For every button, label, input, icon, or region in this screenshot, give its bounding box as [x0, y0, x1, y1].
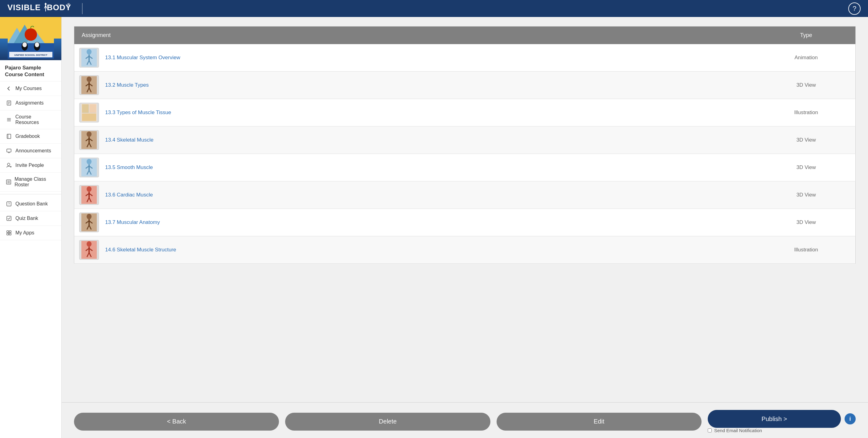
sidebar-item-my-courses[interactable]: My Courses	[0, 82, 61, 96]
sidebar-item-quiz-bank[interactable]: Quiz Bank	[0, 211, 61, 226]
sidebar-item-question-bank[interactable]: ? Question Bank	[0, 197, 61, 211]
assignment-cell-2: 13.2 Muscle Types	[74, 71, 757, 99]
type-cell-3: Illustration	[757, 99, 856, 126]
svg-point-86	[87, 214, 92, 219]
thumbnail-5	[79, 157, 99, 177]
table-container: Assignment Type 13.1 Muscular System Ove…	[62, 17, 868, 402]
assignment-link-2[interactable]: 13.2 Muscle Types	[105, 82, 149, 88]
col-header-assignment: Assignment	[74, 27, 757, 45]
assignment-link-7[interactable]: 13.7 Muscular Anatomy	[105, 219, 160, 226]
sidebar-item-my-apps[interactable]: My Apps	[0, 226, 61, 240]
sidebar-label-my-courses: My Courses	[16, 86, 41, 91]
table-row: 13.5 Smooth Muscle3D View	[74, 154, 856, 181]
svg-rect-60	[89, 104, 96, 113]
assignment-link-1[interactable]: 13.1 Muscular System Overview	[105, 55, 180, 61]
content-area: Assignment Type 13.1 Muscular System Ove…	[62, 17, 868, 438]
sidebar-item-invite-people[interactable]: Invite People	[0, 158, 61, 173]
logo-divider	[82, 3, 83, 14]
assignment-link-5[interactable]: 13.5 Smooth Muscle	[105, 165, 153, 171]
type-cell-1: Animation	[757, 44, 856, 71]
help-button[interactable]: ?	[848, 2, 861, 15]
table-row: 13.3 Types of Muscle TissueIllustration	[74, 99, 856, 126]
assignment-cell-1: 13.1 Muscular System Overview	[74, 44, 757, 71]
table-row: 13.1 Muscular System OverviewAnimation	[74, 44, 856, 71]
publish-row: Publish > i	[708, 410, 856, 428]
assignment-cell-7: 13.7 Muscular Anatomy	[74, 209, 757, 236]
assignment-cell-8: 14.6 Skeletal Muscle Structure	[74, 236, 757, 264]
thumbnail-1	[79, 48, 99, 67]
delete-button[interactable]: Delete	[285, 413, 490, 431]
table-row: 13.6 Cardiac Muscle3D View	[74, 181, 856, 209]
nav-separator	[0, 194, 61, 194]
sidebar-label-course-resources: Course Resources	[16, 114, 56, 125]
sidebar-item-gradebook[interactable]: Gradebook	[0, 129, 61, 144]
course-name: Pajaro Sample Course Content	[0, 60, 61, 82]
table-row: 13.4 Skeletal Muscle3D View	[74, 126, 856, 154]
sidebar-item-announcements[interactable]: Announcements	[0, 144, 61, 158]
assignment-cell-3: 13.3 Types of Muscle Tissue	[74, 99, 757, 126]
sidebar-item-course-resources[interactable]: Course Resources	[0, 110, 61, 129]
thumbnail-4	[79, 130, 99, 150]
roster-icon	[5, 179, 11, 185]
send-email-checkbox[interactable]	[708, 429, 712, 433]
svg-text:UNIFIED SCHOOL DISTRICT: UNIFIED SCHOOL DISTRICT	[14, 54, 48, 56]
thumbnail-6	[79, 185, 99, 205]
type-cell-8: Illustration	[757, 236, 856, 264]
table-row: 13.2 Muscle Types3D View	[74, 71, 856, 99]
assignment-cell-4: 13.4 Skeletal Muscle	[74, 126, 757, 154]
svg-point-52	[87, 77, 92, 82]
apps-icon	[5, 230, 12, 236]
sidebar-label-assignments: Assignments	[16, 100, 44, 106]
main-layout: UNIFIED SCHOOL DISTRICT Pajaro Sample Co…	[0, 17, 868, 438]
school-logo: UNIFIED SCHOOL DISTRICT	[0, 17, 61, 60]
svg-rect-41	[9, 231, 11, 233]
svg-point-17	[35, 42, 39, 47]
sidebar-label-gradebook: Gradebook	[16, 134, 40, 139]
svg-point-79	[87, 186, 92, 192]
assignment-link-8[interactable]: 14.6 Skeletal Muscle Structure	[105, 247, 176, 253]
svg-rect-59	[82, 104, 89, 113]
bottom-right-area: Publish > i Send Email Notification	[708, 410, 856, 433]
sidebar-label-quiz-bank: Quiz Bank	[16, 215, 38, 221]
list-icon	[5, 116, 12, 123]
send-email-label: Send Email Notification	[714, 428, 762, 433]
edit-button[interactable]: Edit	[497, 413, 702, 431]
svg-point-65	[87, 132, 92, 137]
svg-point-45	[87, 49, 92, 55]
type-cell-5: 3D View	[757, 154, 856, 181]
publish-button[interactable]: Publish >	[708, 410, 841, 428]
sidebar-label-manage-class-roster: Manage Class Roster	[14, 176, 56, 187]
sidebar-label-invite-people: Invite People	[16, 163, 44, 168]
sidebar-item-assignments[interactable]: Assignments	[0, 96, 61, 110]
sidebar: UNIFIED SCHOOL DISTRICT Pajaro Sample Co…	[0, 17, 62, 438]
svg-point-15	[23, 42, 27, 47]
type-cell-4: 3D View	[757, 126, 856, 154]
svg-rect-61	[82, 114, 96, 121]
svg-point-93	[87, 241, 92, 247]
svg-point-2	[45, 3, 46, 5]
doc-icon	[5, 99, 12, 107]
svg-rect-40	[7, 231, 9, 233]
svg-rect-42	[7, 233, 9, 235]
thumbnail-7	[79, 212, 99, 232]
bottom-bar: < Back Delete Edit Publish > i Send Emai…	[62, 402, 868, 438]
col-header-type: Type	[757, 27, 856, 45]
assignment-link-4[interactable]: 13.4 Skeletal Muscle	[105, 137, 154, 143]
sidebar-item-manage-class-roster[interactable]: Manage Class Roster	[0, 173, 61, 192]
svg-text:?: ?	[8, 202, 10, 206]
sidebar-label-question-bank: Question Bank	[16, 201, 48, 207]
assignment-link-3[interactable]: 13.3 Types of Muscle Tissue	[105, 110, 171, 116]
table-row: 13.7 Muscular Anatomy3D View	[74, 209, 856, 236]
svg-point-72	[87, 159, 92, 165]
table-header-row: Assignment Type	[74, 27, 856, 45]
assignment-link-6[interactable]: 13.6 Cardiac Muscle	[105, 192, 153, 198]
table-row: 14.6 Skeletal Muscle StructureIllustrati…	[74, 236, 856, 264]
info-icon[interactable]: i	[844, 413, 856, 425]
table-body: 13.1 Muscular System OverviewAnimation13…	[74, 44, 856, 264]
svg-rect-43	[9, 233, 11, 235]
svg-point-30	[7, 163, 10, 166]
person-plus-icon	[5, 162, 12, 169]
back-button[interactable]: < Back	[74, 413, 279, 431]
quiz-bank-icon	[5, 215, 12, 222]
svg-text:®: ®	[67, 2, 70, 7]
